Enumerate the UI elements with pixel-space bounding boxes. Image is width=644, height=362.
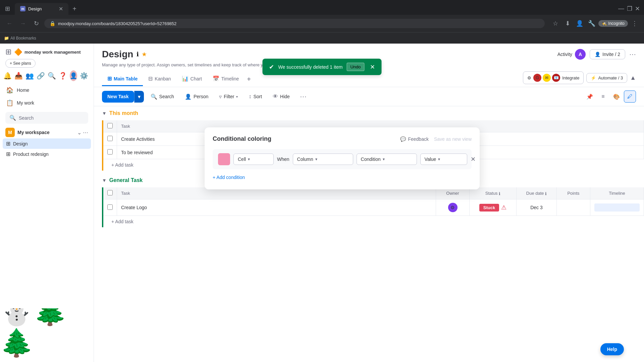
- new-task-dropdown-btn[interactable]: ▾: [134, 91, 144, 103]
- column-select[interactable]: Column ▾: [293, 154, 353, 165]
- invite-btn[interactable]: 👤 Invite / 2: [590, 49, 625, 59]
- save-as-new-view-btn[interactable]: Save as new view: [434, 136, 472, 142]
- select-all-checkbox[interactable]: [107, 123, 113, 128]
- sort-rows-btn[interactable]: ≡: [597, 90, 609, 103]
- hide-icon: 👁: [273, 94, 278, 100]
- favorite-star-icon[interactable]: ★: [142, 51, 147, 58]
- sidebar-item-design[interactable]: ⊞ Design: [3, 138, 91, 149]
- sidebar-item-product-redesign[interactable]: ⊞ Product redesign: [3, 149, 91, 159]
- workspace-expand-btn[interactable]: ⌄: [77, 129, 82, 136]
- filter-btn[interactable]: ▿ Filter ▾: [215, 92, 242, 102]
- new-tab-btn[interactable]: +: [70, 4, 79, 13]
- address-bar[interactable]: 🔒 moodjoy.monday.com/boards/1830420525?u…: [44, 19, 545, 28]
- forward-btn[interactable]: →: [17, 18, 28, 29]
- hide-btn[interactable]: 👁 Hide: [269, 92, 294, 102]
- column-dropdown-arrow: ▾: [315, 157, 317, 162]
- new-task-btn[interactable]: New Task: [102, 91, 134, 103]
- value-select[interactable]: Value ▾: [420, 154, 467, 165]
- inbox-btn[interactable]: 📥: [14, 72, 23, 80]
- status-badge-stuck[interactable]: Stuck: [479, 204, 499, 212]
- profile-btn[interactable]: 👤: [574, 18, 585, 29]
- tab-main-table[interactable]: ⊞ Main Table: [102, 72, 143, 86]
- value-dropdown-arrow: ▾: [438, 157, 440, 162]
- minimize-btn[interactable]: —: [618, 5, 624, 12]
- user-avatar[interactable]: 👤: [70, 70, 77, 81]
- toast-undo-btn[interactable]: Undo: [346, 63, 364, 71]
- feedback-btn[interactable]: 💬 Feedback: [400, 136, 428, 142]
- gt-select-all[interactable]: [107, 190, 113, 195]
- home-nav[interactable]: 🏠 Home: [3, 84, 91, 97]
- add-view-btn[interactable]: +: [244, 73, 254, 86]
- group-collapse-arrow[interactable]: ▼: [102, 111, 107, 116]
- tab-chart[interactable]: 📊 Chart: [176, 72, 207, 86]
- gt-task-name[interactable]: Create Logo: [117, 199, 436, 216]
- group-title-this-month: This month: [109, 110, 138, 116]
- apps-grid-btn[interactable]: ⊞: [5, 48, 11, 56]
- workspace-header[interactable]: M My workspace ⌄ ⋯: [3, 126, 91, 138]
- browser-menu-btn[interactable]: ⋮: [629, 18, 640, 29]
- pin-view-btn[interactable]: 📌: [584, 90, 596, 103]
- settings-btn[interactable]: ⚙️: [80, 72, 88, 80]
- close-window-btn[interactable]: ✕: [635, 5, 640, 12]
- condition-select[interactable]: Condition ▾: [357, 154, 417, 165]
- see-plans-btn[interactable]: + See plans: [5, 59, 36, 68]
- row-checkbox-2[interactable]: [107, 149, 113, 155]
- people-btn[interactable]: 👥: [25, 72, 34, 80]
- row-checkbox[interactable]: [107, 136, 113, 141]
- tab-timeline[interactable]: 📅 Timeline: [207, 72, 244, 86]
- tab-close-btn[interactable]: ✕: [59, 6, 63, 12]
- conditional-color-btn[interactable]: 🖊: [624, 90, 636, 103]
- tab-favicon: m: [20, 6, 25, 11]
- sidebar-search-input[interactable]: 🔍 Search: [5, 112, 88, 124]
- help-top-btn[interactable]: ❓: [59, 72, 67, 80]
- group-title-general-task: General Task: [109, 177, 143, 183]
- group-collapse-arrow-2[interactable]: ▼: [102, 178, 107, 183]
- tab-kanban[interactable]: ⊟ Kanban: [143, 72, 176, 86]
- integrate-btn[interactable]: ⚙ G ✉ 📧 Integrate: [523, 71, 584, 84]
- notification-btn[interactable]: 🔔: [3, 72, 12, 80]
- sort-btn[interactable]: ↕ Sort: [245, 92, 266, 102]
- activity-section[interactable]: Activity A: [557, 49, 586, 60]
- help-btn[interactable]: Help: [600, 343, 624, 355]
- more-actions-btn[interactable]: ⋯: [629, 50, 636, 58]
- activity-avatar: A: [575, 49, 586, 60]
- collapse-view-btn[interactable]: ▲: [630, 74, 636, 81]
- bookmark-star-btn[interactable]: ☆: [550, 18, 561, 29]
- global-search-btn[interactable]: 🔍: [48, 72, 56, 80]
- due-date-cell[interactable]: Dec 3: [517, 199, 557, 216]
- workspace-more-btn[interactable]: ⋯: [83, 129, 88, 136]
- tab-list-btn[interactable]: ⊞: [3, 4, 12, 13]
- gt-row-checkbox[interactable]: [107, 204, 113, 210]
- filter-icon: ▿: [219, 94, 222, 100]
- search-toolbar-btn[interactable]: 🔍 Search: [147, 92, 178, 102]
- color-swatch[interactable]: [218, 153, 230, 165]
- points-cell[interactable]: [557, 199, 590, 216]
- design-tab[interactable]: m Design ✕: [15, 3, 68, 15]
- remove-condition-btn[interactable]: ✕: [471, 156, 476, 163]
- toast-close-btn[interactable]: ✕: [370, 63, 375, 71]
- download-btn[interactable]: ⬇: [562, 18, 573, 29]
- restore-btn[interactable]: ❐: [627, 5, 632, 12]
- automate-btn[interactable]: ⚡ Automate / 3: [586, 73, 627, 83]
- back-btn[interactable]: ←: [4, 18, 15, 29]
- person-filter-btn[interactable]: 👤 Person: [181, 92, 212, 102]
- info-icon[interactable]: ℹ: [137, 51, 139, 58]
- my-work-nav[interactable]: 📋 My work: [3, 97, 91, 109]
- add-task-btn-general[interactable]: + Add task: [111, 219, 133, 224]
- this-month-group-header[interactable]: ▼ This month: [94, 106, 644, 120]
- extensions-btn[interactable]: 🔧: [586, 18, 597, 29]
- cell-select[interactable]: Cell ▾: [233, 154, 274, 165]
- due-date-info-icon: ℹ: [545, 191, 547, 196]
- timeline-cell[interactable]: [590, 199, 644, 216]
- refresh-btn[interactable]: ↻: [31, 18, 42, 29]
- add-condition-btn[interactable]: + Add condition: [213, 173, 472, 181]
- more-toolbar-btn[interactable]: ⋯: [297, 90, 310, 103]
- url-text: moodjoy.monday.com/boards/1830420525?use…: [58, 21, 176, 26]
- color-fill-btn[interactable]: 🎨: [610, 90, 623, 103]
- integrations-btn[interactable]: 🔗: [37, 72, 45, 80]
- status-error-icon: ⚠: [501, 204, 506, 211]
- col-checkbox-gt: [103, 187, 117, 199]
- bookmarks-item[interactable]: 📁 All Bookmarks: [4, 36, 36, 41]
- automate-icon: ⚡: [591, 75, 596, 80]
- add-task-btn-this-month[interactable]: + Add task: [111, 162, 133, 168]
